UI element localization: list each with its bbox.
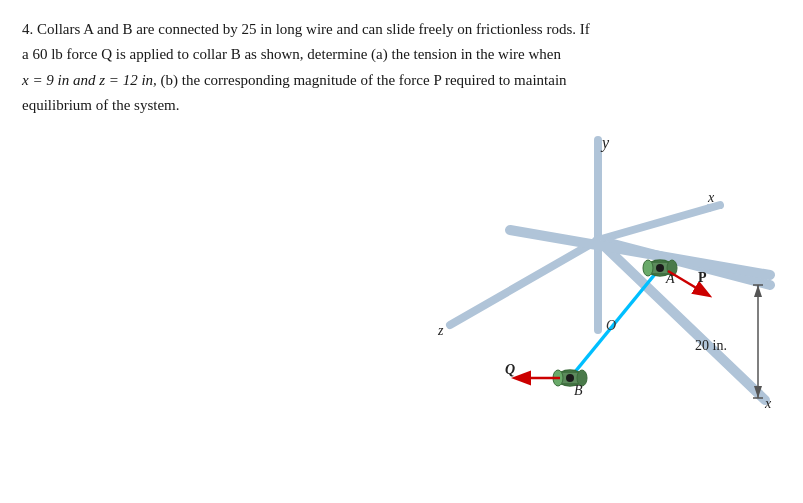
svg-text:x: x bbox=[764, 396, 772, 411]
svg-text:P: P bbox=[698, 270, 707, 285]
svg-text:z: z bbox=[437, 323, 444, 338]
svg-point-17 bbox=[656, 264, 664, 272]
svg-text:20 in.: 20 in. bbox=[695, 338, 727, 353]
svg-text:Q: Q bbox=[505, 362, 515, 377]
diagram-area: y x O bbox=[350, 130, 780, 490]
svg-rect-0 bbox=[350, 130, 780, 490]
svg-text:x: x bbox=[707, 190, 715, 205]
problem-line2: a 60 lb force Q is applied to collar B a… bbox=[22, 43, 781, 66]
problem-text: 4. Collars A and B are connected by 25 i… bbox=[22, 18, 781, 117]
svg-text:y: y bbox=[600, 134, 610, 152]
problem-line3: x = 9 in and z = 12 in, (b) the correspo… bbox=[22, 69, 781, 92]
page-container: 4. Collars A and B are connected by 25 i… bbox=[0, 0, 803, 503]
svg-point-15 bbox=[643, 260, 653, 276]
diagram-svg: y x O bbox=[350, 130, 780, 490]
problem-line4: equilibrium of the system. bbox=[22, 94, 781, 117]
svg-text:O: O bbox=[606, 318, 616, 333]
svg-text:B: B bbox=[574, 383, 583, 398]
problem-line1: 4. Collars A and B are connected by 25 i… bbox=[22, 18, 781, 41]
svg-point-23 bbox=[566, 374, 574, 382]
